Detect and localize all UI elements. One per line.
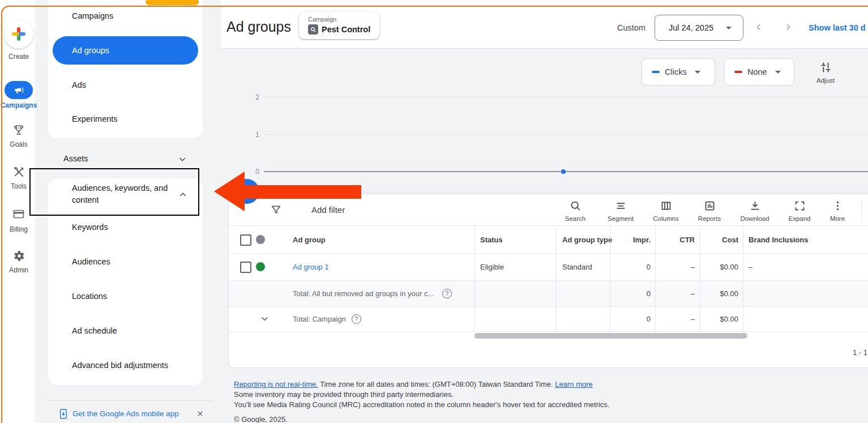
close-icon[interactable] (196, 410, 204, 417)
mobile-app-banner[interactable]: Get the Google Ads mobile app (59, 408, 206, 421)
filter-icon[interactable] (270, 204, 282, 216)
sidebar-item-locations[interactable]: Locations (72, 292, 107, 301)
create-label: Create (0, 53, 37, 61)
add-filter-button[interactable]: Add filter (311, 205, 345, 215)
rail-item-campaigns[interactable] (5, 81, 33, 99)
dropdown-caret-icon (726, 27, 732, 29)
toolbar-segment-button[interactable]: Segment (601, 200, 640, 222)
phone-download-icon (59, 408, 68, 420)
rail-item-admin[interactable] (12, 249, 25, 263)
col-border (474, 226, 475, 331)
assets-label: Assets (63, 154, 88, 163)
horizontal-scrollbar-thumb[interactable] (474, 333, 747, 339)
sidebar-item-audiences[interactable]: Audiences (72, 257, 110, 266)
annotation-top-tab (146, 0, 199, 5)
total-all-label: Total: All but removed ad groups in your… (293, 289, 434, 298)
sidebar-item-ad-schedule[interactable]: Ad schedule (72, 326, 117, 335)
billing-card-icon (12, 207, 25, 221)
sidebar-item-advanced-bid-adjustments[interactable]: Advanced bid adjustments (72, 361, 168, 370)
sidebar-item-keywords[interactable]: Keywords (72, 223, 108, 232)
total-all-impr: 0 (647, 289, 651, 298)
rail-item-goals[interactable] (12, 123, 25, 137)
annotation-highlight-box (29, 168, 199, 216)
row-border (229, 306, 868, 307)
row-border (229, 331, 868, 332)
adjust-sliders-icon (819, 61, 832, 74)
ad-group-link[interactable]: Ad group 1 (293, 263, 329, 271)
date-prev-icon[interactable] (754, 23, 763, 32)
toolbar-reports-button[interactable]: Reports (690, 200, 729, 222)
chart-metric-secondary-dropdown[interactable]: None (724, 58, 794, 86)
timezone-text: Time zone for all dates and times: (GMT+… (318, 380, 555, 388)
sidebar-item-ads[interactable]: Ads (72, 80, 86, 89)
col-border (610, 226, 610, 331)
create-button[interactable] (4, 19, 33, 49)
col-border (699, 226, 700, 331)
footer-line-1: Reporting is not real-time. Time zone fo… (234, 380, 593, 388)
col-ad-group-type[interactable]: Ad group type (562, 236, 612, 244)
sidebar-item-ad-groups[interactable]: Ad groups (53, 36, 198, 65)
campaign-scope-chip[interactable]: Campaign Pest Control (299, 12, 379, 39)
rail-label-admin: Admin (0, 266, 37, 274)
toolbar-download-label: Download (735, 215, 775, 222)
toolbar-expand-label: Expand (780, 215, 819, 222)
total-all-ctr: – (691, 289, 695, 298)
col-status[interactable]: Status (480, 236, 503, 244)
col-cost[interactable]: Cost (722, 236, 738, 244)
sidebar-item-ad-groups-label: Ad groups (72, 46, 109, 55)
cell-type: Standard (562, 263, 592, 271)
date-range-dropdown[interactable]: Jul 24, 2025 (655, 15, 743, 41)
megaphone-icon (13, 84, 24, 96)
rail-item-billing[interactable] (12, 207, 25, 221)
sidebar-item-campaigns[interactable]: Campaigns (72, 11, 113, 20)
mobile-app-link[interactable]: Get the Google Ads mobile app (72, 409, 179, 418)
gear-icon (12, 249, 25, 263)
cell-ctr: – (691, 263, 695, 271)
columns-icon (660, 200, 672, 212)
expand-icon (794, 200, 806, 212)
cell-cost: $0.00 (720, 263, 738, 271)
metric-primary-swatch (652, 71, 660, 73)
show-last-30-days-link[interactable]: Show last 30 d (809, 23, 866, 32)
rail-item-tools[interactable] (12, 165, 25, 179)
toolbar-search-button[interactable]: Search (555, 200, 595, 222)
total-all-cost: $0.00 (720, 289, 738, 298)
reporting-not-realtime-link[interactable]: Reporting is not real-time. (234, 380, 318, 388)
chart-expand-button[interactable]: Exp (846, 61, 868, 84)
reports-icon (704, 200, 716, 212)
col-border (655, 226, 656, 331)
col-ctr[interactable]: CTR (679, 236, 695, 244)
help-icon[interactable]: ? (442, 289, 452, 298)
chevron-down-icon[interactable] (260, 314, 270, 323)
toolbar-more-button[interactable]: More (818, 200, 857, 222)
chart-adjust-button[interactable]: Adjust (806, 61, 845, 84)
header-divider (221, 48, 868, 49)
more-icon (832, 200, 844, 212)
chart-metric-primary-dropdown[interactable]: Clicks (642, 58, 715, 86)
select-all-checkbox[interactable] (240, 234, 251, 246)
gridline-0-baseline (264, 171, 868, 172)
toolbar-columns-button[interactable]: Columns (646, 200, 686, 222)
date-next-icon[interactable] (784, 23, 793, 32)
toolbar-separator (861, 200, 862, 221)
total-campaign-label: Total: Campaign (293, 315, 346, 323)
annotation-arrow-head (214, 172, 245, 211)
toolbar-search-label: Search (555, 215, 595, 222)
col-impr[interactable]: Impr. (633, 236, 651, 244)
help-icon[interactable]: ? (352, 314, 361, 324)
chart-data-point (561, 169, 566, 174)
col-ad-group[interactable]: Ad group (293, 236, 326, 244)
sidebar-item-experiments[interactable]: Experiments (72, 114, 118, 123)
table-header-top-border (229, 225, 868, 226)
y-tick-0: 0 (248, 168, 259, 176)
toolbar-columns-label: Columns (646, 215, 686, 222)
toolbar-reports-label: Reports (690, 215, 729, 222)
toolbar-expand-button[interactable]: Expand (780, 200, 819, 222)
learn-more-link[interactable]: Learn more (555, 380, 592, 388)
toolbar-download-button[interactable]: Download (735, 200, 775, 222)
search-icon (570, 200, 581, 212)
row-checkbox[interactable] (240, 262, 251, 273)
gridline-1 (264, 134, 868, 135)
col-brand-inclusions[interactable]: Brand Inclusions (749, 236, 808, 244)
sidebar-section-assets[interactable]: Assets (48, 149, 203, 169)
